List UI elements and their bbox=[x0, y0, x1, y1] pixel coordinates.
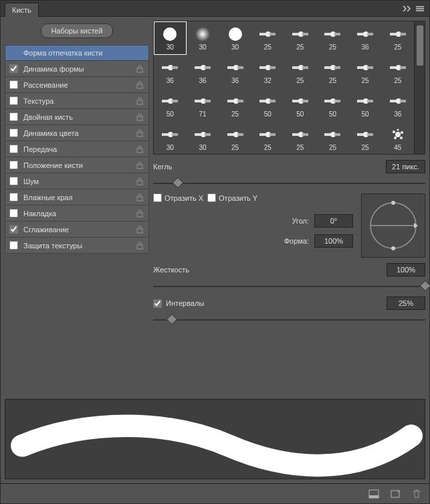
brush-preset[interactable]: 71 bbox=[187, 88, 219, 122]
brush-tip-icon bbox=[292, 26, 308, 42]
lock-icon[interactable] bbox=[136, 129, 144, 137]
brush-preset[interactable]: 25 bbox=[349, 55, 382, 88]
brush-preset[interactable]: 36 bbox=[154, 55, 187, 88]
lock-icon[interactable] bbox=[136, 113, 144, 121]
roundness-value[interactable]: 100% bbox=[314, 234, 353, 248]
lock-icon[interactable] bbox=[136, 209, 144, 218]
lock-icon[interactable] bbox=[136, 161, 144, 169]
brush-preset[interactable]: 25 bbox=[316, 122, 349, 154]
trash-icon[interactable] bbox=[411, 488, 423, 500]
sidebar-item-7[interactable]: Положение кисти bbox=[5, 157, 149, 173]
new-brush-icon[interactable] bbox=[389, 488, 401, 500]
brush-preset[interactable]: 36 bbox=[349, 21, 382, 55]
brush-preset[interactable]: 25 bbox=[349, 122, 382, 154]
brush-preset[interactable]: 30 bbox=[154, 21, 187, 55]
hardness-slider[interactable] bbox=[153, 282, 425, 291]
brush-preset[interactable]: 25 bbox=[219, 122, 251, 154]
brush-preset[interactable]: 25 bbox=[316, 55, 349, 88]
brush-preset[interactable]: 45 bbox=[381, 122, 414, 154]
brush-preset[interactable]: 36 bbox=[381, 88, 414, 122]
sidebar-item-checkbox[interactable] bbox=[9, 225, 18, 234]
sidebar-item-checkbox[interactable] bbox=[9, 177, 18, 185]
spacing-slider[interactable] bbox=[153, 315, 425, 325]
brush-preset[interactable]: 30 bbox=[154, 122, 187, 154]
brush-preset[interactable]: 25 bbox=[316, 21, 349, 55]
brush-preset[interactable]: 25 bbox=[251, 122, 284, 154]
lock-icon[interactable] bbox=[136, 193, 144, 201]
sidebar-item-label: Положение кисти bbox=[23, 161, 136, 169]
brush-preset[interactable]: 50 bbox=[154, 88, 187, 122]
svg-rect-77 bbox=[400, 100, 406, 102]
sidebar-item-4[interactable]: Двойная кисть bbox=[5, 109, 149, 125]
sidebar-item-checkbox[interactable] bbox=[9, 112, 18, 121]
hardness-value[interactable]: 100% bbox=[387, 263, 425, 276]
panel-tab-brush[interactable]: Кисть bbox=[5, 3, 39, 17]
angle-dial[interactable] bbox=[361, 193, 425, 258]
flip-x-checkbox[interactable]: Отразить X bbox=[153, 193, 203, 202]
lock-icon[interactable] bbox=[136, 177, 144, 185]
brush-size-label: 25 bbox=[329, 44, 336, 51]
sidebar-item-checkbox[interactable] bbox=[9, 193, 18, 201]
brush-preset[interactable]: 25 bbox=[284, 55, 317, 88]
brush-preset[interactable]: 36 bbox=[219, 55, 251, 88]
sidebar-item-checkbox[interactable] bbox=[9, 64, 18, 73]
lock-icon[interactable] bbox=[136, 145, 144, 153]
brush-preset[interactable]: 50 bbox=[349, 88, 382, 122]
sidebar-item-11[interactable]: Сглаживание bbox=[5, 222, 149, 238]
sidebar-item-2[interactable]: Рассеивание bbox=[5, 77, 149, 93]
sidebar-item-1[interactable]: Динамика формы bbox=[5, 61, 149, 77]
spacing-checkbox[interactable]: Интервалы bbox=[153, 299, 204, 308]
brush-preset[interactable]: 32 bbox=[251, 55, 284, 88]
brush-size-label: 50 bbox=[329, 110, 336, 118]
brush-preset[interactable]: 25 bbox=[381, 21, 414, 55]
brush-preset[interactable]: 50 bbox=[251, 88, 284, 122]
brush-preset[interactable]: 50 bbox=[316, 88, 349, 122]
lock-icon[interactable] bbox=[136, 81, 144, 89]
sidebar-item-0[interactable]: Форма отпечатка кисти bbox=[5, 45, 149, 61]
brush-preset[interactable]: 25 bbox=[381, 55, 414, 88]
brush-preset[interactable]: 30 bbox=[187, 21, 219, 55]
toggle-preview-icon[interactable] bbox=[368, 488, 380, 500]
lock-icon[interactable] bbox=[136, 226, 144, 234]
brush-presets-button[interactable]: Наборы кистей bbox=[41, 23, 112, 38]
sidebar-item-label: Влажные края bbox=[23, 193, 136, 201]
sidebar-item-checkbox[interactable] bbox=[9, 145, 18, 153]
sidebar-item-checkbox[interactable] bbox=[9, 209, 18, 218]
brush-preset[interactable]: 36 bbox=[187, 55, 219, 88]
lock-icon[interactable] bbox=[136, 65, 144, 73]
sidebar-item-5[interactable]: Динамика цвета bbox=[5, 125, 149, 141]
brush-preset[interactable]: 30 bbox=[219, 21, 251, 55]
sidebar-item-checkbox[interactable] bbox=[9, 129, 18, 137]
collapse-icon[interactable] bbox=[401, 3, 412, 14]
brush-picker-scrollbar[interactable] bbox=[414, 21, 425, 154]
brush-preset[interactable]: 30 bbox=[187, 122, 219, 154]
svg-rect-87 bbox=[259, 133, 266, 136]
sidebar-item-checkbox[interactable] bbox=[9, 80, 18, 89]
angle-value[interactable]: 0° bbox=[314, 214, 353, 228]
brush-preset[interactable]: 50 bbox=[284, 88, 317, 122]
brush-preset[interactable]: 25 bbox=[284, 21, 317, 55]
sidebar-item-9[interactable]: Влажные края bbox=[5, 189, 149, 205]
panel-menu-icon[interactable] bbox=[415, 3, 425, 14]
sidebar-item-10[interactable]: Накладка bbox=[5, 205, 149, 222]
lock-icon[interactable] bbox=[136, 242, 144, 250]
sidebar-item-6[interactable]: Передача bbox=[5, 141, 149, 157]
sidebar-item-8[interactable]: Шум bbox=[5, 173, 149, 189]
size-label: Кегль bbox=[153, 163, 207, 171]
brush-preset[interactable]: 25 bbox=[284, 122, 317, 154]
brush-tip-icon bbox=[227, 93, 243, 109]
sidebar-item-checkbox[interactable] bbox=[9, 96, 18, 105]
sidebar-item-3[interactable]: Текстура bbox=[5, 93, 149, 109]
sidebar-item-checkbox[interactable] bbox=[9, 161, 18, 169]
svg-point-13 bbox=[195, 27, 210, 41]
size-slider[interactable] bbox=[153, 179, 425, 188]
lock-icon[interactable] bbox=[136, 97, 144, 105]
sidebar-item-checkbox[interactable] bbox=[9, 241, 18, 250]
flip-y-checkbox[interactable]: Отразить Y bbox=[207, 193, 257, 202]
svg-rect-112 bbox=[391, 491, 399, 497]
brush-preset[interactable]: 25 bbox=[251, 21, 284, 55]
brush-preset[interactable]: 25 bbox=[219, 88, 251, 122]
sidebar-item-12[interactable]: Защита текстуры bbox=[5, 238, 149, 254]
size-value[interactable]: 21 пикс. bbox=[386, 160, 425, 173]
spacing-value[interactable]: 25% bbox=[387, 297, 425, 310]
